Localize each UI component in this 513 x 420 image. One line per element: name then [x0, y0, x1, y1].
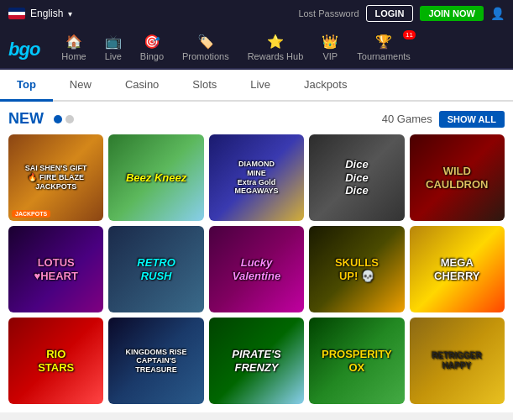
game-title-skulls: SKULLSUP! 💀 — [335, 256, 379, 282]
tournaments-icon: 🏆 — [375, 34, 392, 50]
home-icon: 🏠 — [65, 34, 82, 50]
game-title-lotus: LOTUS♥HEART — [34, 256, 78, 282]
live-icon: 📺 — [105, 34, 122, 50]
game-title-retro: RETRORUSH — [137, 256, 175, 282]
language-selector[interactable]: English ▾ — [8, 8, 72, 19]
section-right: 40 Games SHOW ALL — [382, 111, 505, 128]
nav-item-vip[interactable]: 👑 VIP — [313, 30, 347, 68]
games-count: 40 Games — [382, 113, 432, 125]
game-title-wild: WILDCAULDRON — [426, 165, 488, 191]
game-card-inner-diamond: DIAMONDMINEExtra GoldMEGAWAYS — [209, 134, 304, 221]
tab-casino[interactable]: Casino — [108, 70, 175, 102]
nav-bar: bgo 🏠 Home 📺 Live 🎯 Bingo 🏷️ Promotions … — [0, 27, 513, 70]
game-title-sai: SAI SHEN'S GIFT🔥 FIRE BLAZEJACKPOTS — [25, 164, 87, 191]
category-tabs: Top New Casino Slots Live Jackpots — [0, 70, 513, 102]
nav-item-bingo[interactable]: 🎯 Bingo — [132, 30, 172, 68]
game-card-captains[interactable]: KINGDOMS RISECAPTAIN'STREASURE — [108, 318, 203, 404]
nav-items: 🏠 Home 📺 Live 🎯 Bingo 🏷️ Promotions ⭐ Re… — [53, 30, 419, 68]
game-card-inner-lotus: LOTUS♥HEART — [8, 226, 103, 312]
language-label: English — [30, 8, 63, 19]
rewards-icon: ⭐ — [267, 34, 284, 50]
game-title-retrigger: RETRIGGERHAPPY — [432, 351, 482, 371]
game-card-prosperity[interactable]: PROSPERITYOX — [309, 318, 404, 404]
game-card-mega[interactable]: MEGACHERRY — [410, 226, 505, 312]
nav-label-vip: VIP — [322, 51, 338, 61]
game-card-inner-beez: Beez Kneez — [108, 134, 203, 221]
lost-password-link[interactable]: Lost Password — [298, 8, 359, 18]
game-card-diamond[interactable]: DIAMONDMINEExtra GoldMEGAWAYS — [209, 134, 304, 221]
game-card-lucky[interactable]: LuckyValentine — [209, 226, 304, 312]
game-card-inner: SAI SHEN'S GIFT🔥 FIRE BLAZEJACKPOTS — [8, 134, 103, 221]
game-title-pirates: PIRATE'SFRENZY — [232, 348, 280, 374]
vip-icon: 👑 — [322, 34, 338, 50]
game-title-prosperity: PROSPERITYOX — [322, 348, 392, 374]
tab-top[interactable]: Top — [0, 70, 53, 102]
nav-label-rewards: Rewards Hub — [248, 51, 304, 61]
game-card-inner-mega: MEGACHERRY — [410, 226, 505, 312]
tab-new[interactable]: New — [53, 70, 108, 102]
game-card-retrigger[interactable]: RETRIGGERHAPPY — [410, 318, 505, 404]
game-card-sai[interactable]: SAI SHEN'S GIFT🔥 FIRE BLAZEJACKPOTS JACK… — [8, 134, 103, 221]
tournaments-badge: 11 — [403, 30, 416, 39]
game-card-pirates[interactable]: PIRATE'SFRENZY — [209, 318, 304, 404]
flag-icon — [8, 8, 25, 19]
nav-label-promotions: Promotions — [182, 51, 229, 61]
section-title-area: NEW — [8, 110, 74, 128]
game-card-inner-rio: RIOSTARS — [8, 318, 103, 404]
nav-item-rewards[interactable]: ⭐ Rewards Hub — [239, 30, 312, 68]
game-card-inner-prosperity: PROSPERITYOX — [309, 318, 404, 404]
nav-item-live[interactable]: 📺 Live — [97, 30, 130, 68]
game-card-inner-retrigger: RETRIGGERHAPPY — [410, 318, 505, 404]
game-card-inner-skulls: SKULLSUP! 💀 — [309, 226, 404, 312]
user-icon: 👤 — [490, 7, 505, 20]
nav-label-tournaments: Tournaments — [357, 51, 411, 61]
login-button[interactable]: LOGIN — [366, 5, 414, 22]
game-card-retro[interactable]: RETRORUSH — [108, 226, 203, 312]
nav-item-promotions[interactable]: 🏷️ Promotions — [174, 30, 238, 68]
nav-item-home[interactable]: 🏠 Home — [53, 30, 94, 68]
game-card-beez[interactable]: Beez Kneez — [108, 134, 203, 221]
nav-label-bingo: Bingo — [140, 51, 164, 61]
auth-buttons: Lost Password LOGIN JOIN NOW 👤 — [298, 5, 505, 22]
game-card-inner-retro: RETRORUSH — [108, 226, 203, 312]
page-dot-2[interactable] — [65, 115, 74, 123]
game-card-dice[interactable]: DiceDiceDice — [309, 134, 404, 221]
join-button[interactable]: JOIN NOW — [420, 6, 484, 21]
section-header: NEW 40 Games SHOW ALL — [8, 110, 505, 128]
site-header: English ▾ Lost Password LOGIN JOIN NOW 👤 — [0, 0, 513, 27]
show-all-button[interactable]: SHOW ALL — [439, 111, 505, 128]
game-title-beez: Beez Kneez — [126, 171, 186, 185]
game-card-inner-wild: WILDCAULDRON — [410, 134, 505, 221]
tab-live[interactable]: Live — [233, 70, 287, 102]
site-logo[interactable]: bgo — [8, 39, 39, 60]
game-title-mega: MEGACHERRY — [434, 256, 479, 282]
nav-label-live: Live — [105, 51, 122, 61]
section-title: NEW — [8, 110, 44, 128]
game-card-lotus[interactable]: LOTUS♥HEART — [8, 226, 103, 312]
tab-slots[interactable]: Slots — [175, 70, 233, 102]
game-card-wild[interactable]: WILDCAULDRON — [410, 134, 505, 221]
chevron-down-icon: ▾ — [68, 9, 72, 18]
tab-jackpots[interactable]: Jackpots — [287, 70, 364, 102]
game-title-rio: RIOSTARS — [38, 348, 74, 374]
game-card-inner-captains: KINGDOMS RISECAPTAIN'STREASURE — [108, 318, 203, 404]
game-card-inner-dice: DiceDiceDice — [309, 134, 404, 221]
game-card-rio[interactable]: RIOSTARS — [8, 318, 103, 404]
game-card-skulls[interactable]: SKULLSUP! 💀 — [309, 226, 404, 312]
nav-label-home: Home — [61, 51, 86, 61]
nav-item-tournaments[interactable]: 11 🏆 Tournaments — [348, 30, 419, 68]
game-title-lucky: LuckyValentine — [233, 256, 280, 282]
bingo-icon: 🎯 — [144, 34, 160, 50]
page-dot-1[interactable] — [54, 115, 62, 123]
main-content: NEW 40 Games SHOW ALL SAI SHEN'S GIFT🔥 F… — [0, 102, 513, 412]
promotions-icon: 🏷️ — [197, 34, 214, 50]
game-title-captains: KINGDOMS RISECAPTAIN'STREASURE — [126, 348, 187, 375]
game-title-diamond: DIAMONDMINEExtra GoldMEGAWAYS — [234, 160, 278, 196]
jackpot-badge: JACKPOTS — [12, 210, 50, 218]
pagination — [54, 115, 74, 123]
game-card-inner-lucky: LuckyValentine — [209, 226, 304, 312]
game-title-dice: DiceDiceDice — [345, 158, 368, 197]
game-card-inner-pirates: PIRATE'SFRENZY — [209, 318, 304, 404]
game-grid: SAI SHEN'S GIFT🔥 FIRE BLAZEJACKPOTS JACK… — [8, 134, 505, 404]
